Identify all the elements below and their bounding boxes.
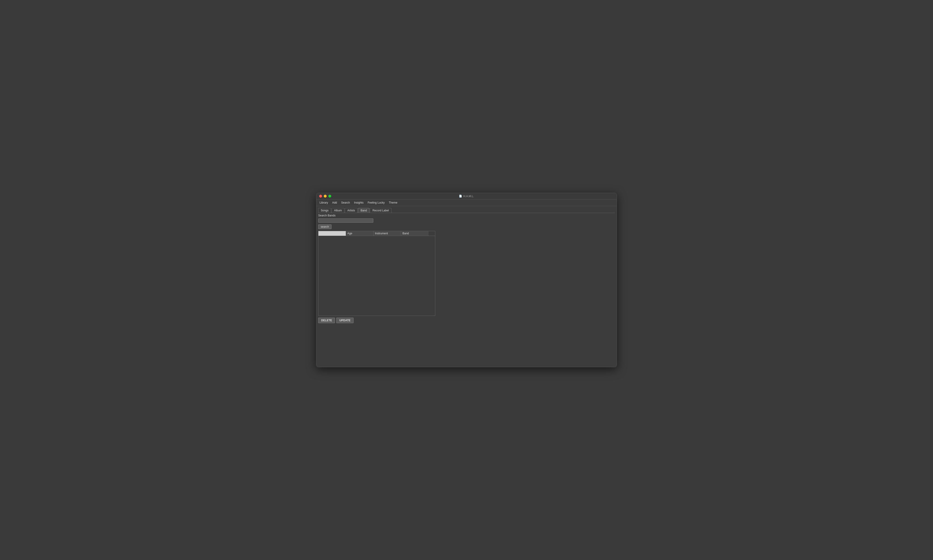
search-button[interactable]: search xyxy=(318,225,331,229)
close-button[interactable] xyxy=(319,195,322,198)
table-header-instrument: Instrument xyxy=(374,231,401,236)
search-input[interactable] xyxy=(318,218,373,223)
file-icon: 📄 xyxy=(459,195,462,198)
window-title: 📄 H.A.M.L. xyxy=(459,195,474,198)
action-buttons: DELETE UPDATE xyxy=(318,318,615,323)
titlebar: 📄 H.A.M.L. xyxy=(316,193,617,200)
content-area: Songs Album Artists Band Record Label Se… xyxy=(316,206,617,367)
results-table[interactable]: Age Instrument Band xyxy=(318,231,435,316)
search-row xyxy=(318,218,615,223)
maximize-button[interactable] xyxy=(328,195,331,198)
tab-band[interactable]: Band xyxy=(358,208,370,213)
menu-feeling-lucky[interactable]: Feeling Lucky xyxy=(366,200,386,205)
update-button[interactable]: UPDATE xyxy=(336,318,353,323)
table-header-age: Age xyxy=(346,231,374,236)
tab-songs[interactable]: Songs xyxy=(318,208,331,213)
delete-button[interactable]: DELETE xyxy=(318,318,335,323)
tab-record-label[interactable]: Record Label xyxy=(370,208,391,213)
menu-add[interactable]: Add xyxy=(330,200,339,205)
tab-artists[interactable]: Artists xyxy=(345,208,357,213)
minimize-button[interactable] xyxy=(324,195,327,198)
menu-search[interactable]: Search xyxy=(339,200,352,205)
app-window: 📄 H.A.M.L. Library Add Search Insights F… xyxy=(316,193,617,367)
menu-insights[interactable]: Insights xyxy=(352,200,365,205)
menubar: Library Add Search Insights Feeling Luck… xyxy=(316,200,617,206)
section-label: Search Bands xyxy=(318,214,615,217)
menu-library[interactable]: Library xyxy=(318,200,330,205)
table-header-name xyxy=(319,231,346,236)
table-header-band: Band xyxy=(401,231,429,236)
tab-album[interactable]: Album xyxy=(331,208,344,213)
traffic-lights xyxy=(319,195,331,198)
table-header: Age Instrument Band xyxy=(319,231,435,236)
menu-theme[interactable]: Theme xyxy=(387,200,399,205)
tab-bar: Songs Album Artists Band Record Label xyxy=(318,208,615,213)
